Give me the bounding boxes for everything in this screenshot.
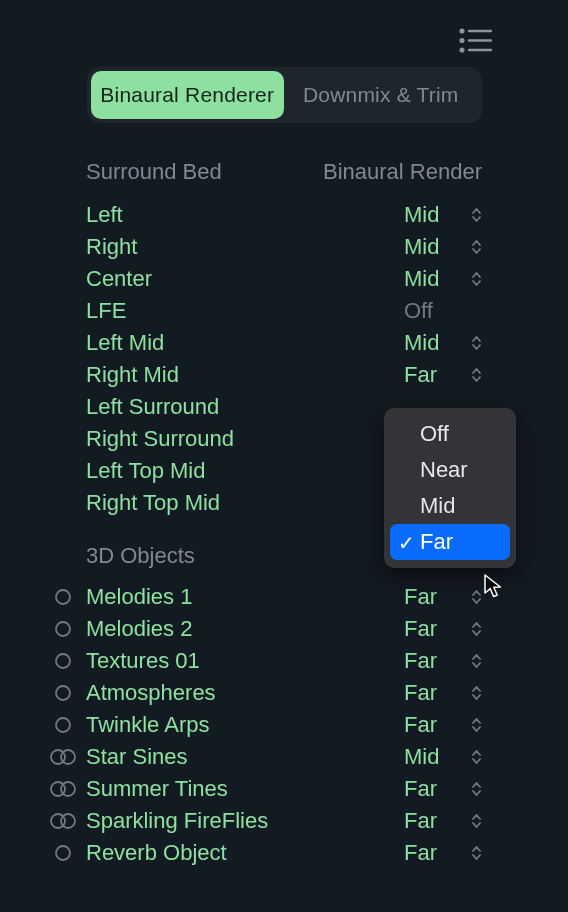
check-icon: ✓ [398, 531, 415, 555]
menu-option-label: Near [420, 457, 468, 482]
surround-row: LFEOff [0, 295, 568, 327]
svg-point-9 [56, 686, 70, 700]
column-header-binaural-render: Binaural Render [323, 159, 482, 185]
svg-point-17 [56, 846, 70, 860]
stepper-caret-icon[interactable] [462, 620, 490, 638]
stepper-caret-icon[interactable] [462, 748, 490, 766]
menu-option[interactable]: Off [390, 416, 510, 452]
binaural-value[interactable]: Far [404, 712, 462, 738]
svg-point-2 [461, 49, 464, 52]
binaural-value[interactable]: Mid [404, 330, 462, 356]
channel-label: Right [86, 234, 404, 260]
surround-row: Left MidMid [0, 327, 568, 359]
binaural-value[interactable]: Far [404, 840, 462, 866]
object-row: Reverb ObjectFar [0, 837, 568, 869]
tab-binaural-renderer[interactable]: Binaural Renderer [91, 71, 285, 119]
channel-label: Left Surround [86, 394, 404, 420]
object-label: Reverb Object [86, 840, 404, 866]
svg-point-7 [56, 622, 70, 636]
mono-icon [40, 684, 86, 702]
mono-icon [40, 620, 86, 638]
surround-row: Right MidFar [0, 359, 568, 391]
svg-point-0 [461, 30, 464, 33]
svg-point-10 [56, 718, 70, 732]
object-label: Textures 01 [86, 648, 404, 674]
binaural-value[interactable]: Far [404, 584, 462, 610]
menu-option-label: Far [420, 529, 453, 554]
menu-option-label: Off [420, 421, 449, 446]
object-label: Summer Tines [86, 776, 404, 802]
binaural-value[interactable]: Far [404, 776, 462, 802]
list-view-icon[interactable] [459, 28, 492, 53]
column-header-surround-bed: Surround Bed [86, 159, 222, 185]
channel-label: Left Top Mid [86, 458, 404, 484]
channel-label: Left Mid [86, 330, 404, 356]
stereo-icon [40, 812, 86, 830]
binaural-value[interactable]: Far [404, 362, 462, 388]
svg-point-14 [61, 782, 75, 796]
channel-label: Right Top Mid [86, 490, 404, 516]
channel-label: Right Surround [86, 426, 404, 452]
binaural-value[interactable]: Far [404, 648, 462, 674]
svg-point-6 [56, 590, 70, 604]
tab-downmix-trim[interactable]: Downmix & Trim [284, 71, 478, 119]
mode-tabs: Binaural Renderer Downmix & Trim [87, 67, 482, 123]
stereo-icon [40, 780, 86, 798]
binaural-value[interactable]: Far [404, 808, 462, 834]
mono-icon [40, 844, 86, 862]
channel-label: LFE [86, 298, 404, 324]
binaural-value[interactable]: Far [404, 680, 462, 706]
object-row: AtmospheresFar [0, 677, 568, 709]
mono-icon [40, 716, 86, 734]
stepper-caret-icon[interactable] [462, 716, 490, 734]
binaural-value[interactable]: Off [404, 298, 462, 324]
object-row: Star SinesMid [0, 741, 568, 773]
objects-list: Melodies 1FarMelodies 2FarTextures 01Far… [0, 581, 568, 869]
object-row: Melodies 1Far [0, 581, 568, 613]
stepper-caret-icon[interactable] [462, 780, 490, 798]
object-row: Melodies 2Far [0, 613, 568, 645]
object-label: Melodies 2 [86, 616, 404, 642]
object-label: Melodies 1 [86, 584, 404, 610]
stepper-caret-icon[interactable] [462, 812, 490, 830]
menu-option-label: Mid [420, 493, 455, 518]
surround-row: RightMid [0, 231, 568, 263]
menu-option[interactable]: Mid [390, 488, 510, 524]
menu-option[interactable]: Near [390, 452, 510, 488]
channel-label: Right Mid [86, 362, 404, 388]
binaural-value[interactable]: Mid [404, 266, 462, 292]
stepper-caret-icon[interactable] [462, 366, 490, 384]
stepper-caret-icon[interactable] [462, 844, 490, 862]
stepper-caret-icon[interactable] [462, 652, 490, 670]
svg-point-12 [61, 750, 75, 764]
object-row: Sparkling FireFliesFar [0, 805, 568, 837]
object-row: Twinkle ArpsFar [0, 709, 568, 741]
channel-label: Center [86, 266, 404, 292]
object-label: Sparkling FireFlies [86, 808, 404, 834]
stepper-caret-icon[interactable] [462, 588, 490, 606]
binaural-value[interactable]: Mid [404, 234, 462, 260]
object-label: Star Sines [86, 744, 404, 770]
binaural-value[interactable]: Mid [404, 202, 462, 228]
binaural-distance-menu[interactable]: OffNearMid✓Far [384, 408, 516, 568]
svg-point-8 [56, 654, 70, 668]
svg-point-1 [461, 39, 464, 42]
object-label: Atmospheres [86, 680, 404, 706]
mono-icon [40, 652, 86, 670]
stepper-caret-icon[interactable] [462, 238, 490, 256]
surround-row: LeftMid [0, 199, 568, 231]
object-row: Textures 01Far [0, 645, 568, 677]
object-row: Summer TinesFar [0, 773, 568, 805]
binaural-value[interactable]: Mid [404, 744, 462, 770]
stepper-caret-icon[interactable] [462, 334, 490, 352]
stepper-caret-icon[interactable] [462, 270, 490, 288]
menu-option[interactable]: ✓Far [390, 524, 510, 560]
surround-row: CenterMid [0, 263, 568, 295]
object-label: Twinkle Arps [86, 712, 404, 738]
stepper-caret-icon[interactable] [462, 684, 490, 702]
stereo-icon [40, 748, 86, 766]
stepper-caret-icon[interactable] [462, 206, 490, 224]
channel-label: Left [86, 202, 404, 228]
mono-icon [40, 588, 86, 606]
binaural-value[interactable]: Far [404, 616, 462, 642]
